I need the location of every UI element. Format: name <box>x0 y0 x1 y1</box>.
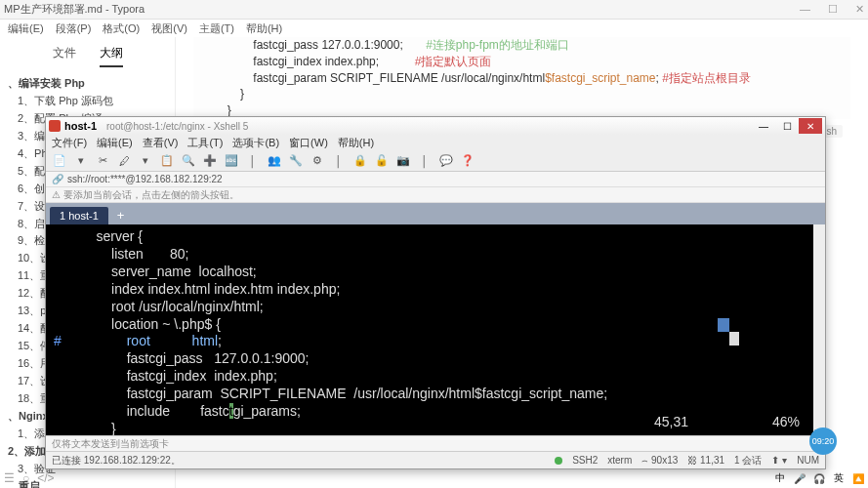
xshell-hint: ⚠ 要添加当前会话，点击左侧的箭头按钮。 <box>46 187 825 203</box>
typora-title-text: MP生产环境部署.md - Typora <box>4 2 145 17</box>
tray-icon[interactable]: 英 <box>831 470 847 486</box>
xshell-menu-item[interactable]: 选项卡(B) <box>232 136 279 150</box>
status-item: SSH2 <box>572 455 598 466</box>
xshell-tab-1[interactable]: 1 host-1 <box>50 207 108 224</box>
xshell-path: root@host-1:/etc/nginx - Xshell 5 <box>106 121 248 132</box>
toolbar-button[interactable]: │ <box>417 153 433 169</box>
typora-menubar: 编辑(E) 段落(P) 格式(O) 视图(V) 主题(T) 帮助(H) <box>0 20 868 37</box>
footer-icon-2[interactable]: ○ <box>22 471 29 485</box>
toolbar-button[interactable]: ⚙ <box>310 153 325 169</box>
code-block: fastcgi_pass 127.0.0.1:9000; #连接php-fpm的… <box>193 37 850 119</box>
menu-help[interactable]: 帮助(H) <box>246 21 282 36</box>
tray-icon[interactable]: 中 <box>772 470 788 486</box>
toolbar-button[interactable]: 📄 <box>52 153 67 169</box>
term-percent: 46% <box>772 414 800 431</box>
xshell-statusbar: 已连接 192.168.182.129:22。 SSH2xterm⌢ 90x13… <box>46 451 825 468</box>
menu-paragraph[interactable]: 段落(P) <box>56 21 92 36</box>
address-text: ssh://root:****@192.168.182.129:22 <box>67 174 223 184</box>
xshell-menubar: 文件(F)编辑(E)查看(V)工具(T)选项卡(B)窗口(W)帮助(H) <box>46 135 825 150</box>
menu-format[interactable]: 格式(O) <box>103 21 140 36</box>
xshell-addressbar[interactable]: 🔗 ssh://root:****@192.168.182.129:22 <box>46 172 825 187</box>
sidebar-footer: ☰ ○ </> <box>4 471 55 485</box>
connection-dot <box>555 457 562 465</box>
xshell-input-hint[interactable]: 仅将文本发送到当前选项卡 <box>46 435 825 451</box>
toolbar-button[interactable]: 🔍 <box>181 153 196 169</box>
toolbar-button[interactable]: 🔤 <box>224 153 239 169</box>
xshell-menu-item[interactable]: 窗口(W) <box>289 136 328 150</box>
maximize-button[interactable]: ☐ <box>828 3 838 16</box>
xshell-menu-item[interactable]: 文件(F) <box>52 136 87 150</box>
xshell-min-button[interactable]: — <box>752 118 775 134</box>
status-item: ⌢ 90x13 <box>641 455 678 467</box>
tray-icon[interactable]: 🎧 <box>811 470 827 486</box>
term-position: 45,31 <box>654 414 688 431</box>
toolbar-button[interactable]: ▾ <box>73 153 89 169</box>
xshell-titlebar[interactable]: host-1 root@host-1:/etc/nginx - Xshell 5… <box>46 117 825 135</box>
status-left: 已连接 192.168.182.129:22。 <box>52 454 181 468</box>
toolbar-button[interactable]: 💬 <box>438 153 454 169</box>
toolbar-button[interactable]: 👥 <box>267 153 282 169</box>
toolbar-button[interactable]: ➕ <box>202 153 218 169</box>
toolbar-button[interactable]: │ <box>331 153 347 169</box>
minimize-button[interactable]: — <box>800 3 810 16</box>
tab-outline[interactable]: 大纲 <box>100 45 123 67</box>
tray-icon[interactable]: 🎤 <box>792 470 807 486</box>
xshell-tab-add[interactable]: + <box>112 206 130 224</box>
window-controls: — ☐ ✕ <box>800 3 864 16</box>
menu-theme[interactable]: 主题(T) <box>199 21 234 36</box>
xshell-menu-item[interactable]: 查看(V) <box>143 136 179 150</box>
outline-item[interactable]: 1、下载 Php 源码包 <box>6 93 169 110</box>
toolbar-button[interactable]: 📷 <box>395 153 411 169</box>
typora-titlebar: MP生产环境部署.md - Typora — ☐ ✕ <box>0 0 868 20</box>
menu-view[interactable]: 视图(V) <box>151 21 187 36</box>
terminal[interactable]: # server { listen 80; server_name localh… <box>46 224 825 435</box>
term-selection-2 <box>729 332 739 346</box>
term-selection-1 <box>718 318 729 332</box>
xshell-menu-item[interactable]: 帮助(H) <box>338 136 374 150</box>
xshell-title: host-1 <box>64 120 97 132</box>
xshell-menu-item[interactable]: 工具(T) <box>187 136 223 150</box>
link-icon: 🔗 <box>52 174 63 184</box>
toolbar-button[interactable]: 📋 <box>159 153 175 169</box>
footer-icon-1[interactable]: ☰ <box>4 471 15 485</box>
toolbar-button[interactable]: 🔧 <box>288 153 304 169</box>
status-item: NUM <box>797 455 819 466</box>
toolbar-button[interactable]: ❓ <box>460 153 475 169</box>
xshell-max-button[interactable]: ☐ <box>775 118 799 134</box>
toolbar-button[interactable]: 🖊 <box>116 153 132 169</box>
xshell-menu-item[interactable]: 编辑(E) <box>97 136 133 150</box>
xshell-toolbar: 📄▾✂🖊▾📋🔍➕🔤│👥🔧⚙│🔒🔓📷│💬❓ <box>46 150 825 172</box>
term-scrollbar[interactable] <box>813 224 825 435</box>
system-tray: 中🎤🎧英🔼 <box>772 470 866 486</box>
outline-item[interactable]: 、编译安装 Php <box>6 75 169 93</box>
menu-edit[interactable]: 编辑(E) <box>8 21 44 36</box>
gutter: # <box>54 228 81 435</box>
toolbar-button[interactable]: │ <box>245 153 261 169</box>
close-button[interactable]: ✕ <box>855 3 864 16</box>
status-item: ⬆ ▾ <box>771 455 787 466</box>
xshell-window: host-1 root@host-1:/etc/nginx - Xshell 5… <box>45 116 826 469</box>
toolbar-button[interactable]: ▾ <box>138 153 153 169</box>
xshell-close-button[interactable]: ✕ <box>799 118 822 134</box>
status-item: xterm <box>607 455 632 466</box>
status-item: ⛓ 11,31 <box>687 455 724 466</box>
tray-icon[interactable]: 🔼 <box>850 470 866 486</box>
time-bubble[interactable]: 09:20 <box>809 427 837 455</box>
xshell-icon <box>49 120 61 132</box>
toolbar-button[interactable]: ✂ <box>95 153 110 169</box>
tab-files[interactable]: 文件 <box>53 45 76 67</box>
toolbar-button[interactable]: 🔓 <box>374 153 390 169</box>
status-item: 1 会话 <box>734 454 762 468</box>
toolbar-button[interactable]: 🔒 <box>352 153 368 169</box>
xshell-tabs: 1 host-1 + <box>46 203 825 224</box>
footer-icon-3[interactable]: </> <box>37 471 54 485</box>
